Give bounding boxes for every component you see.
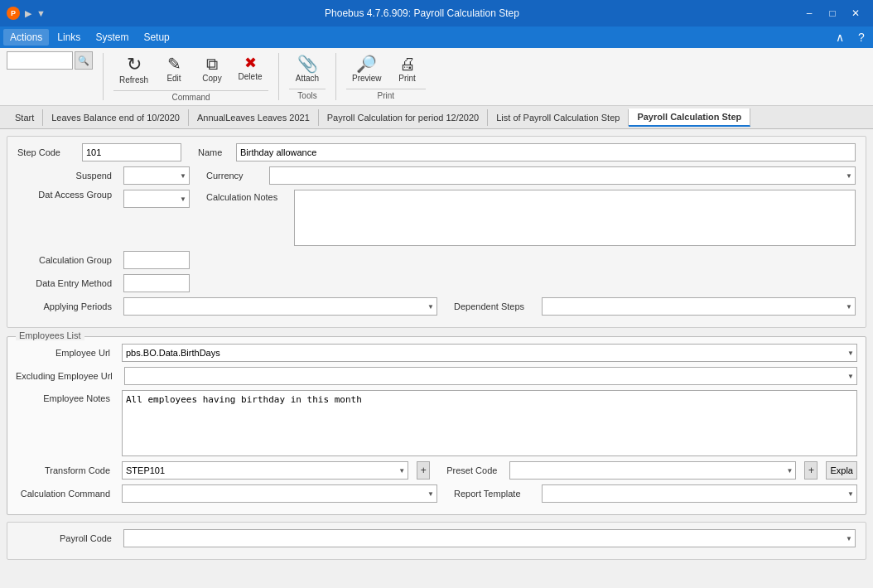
transform-code-select-wrapper: STEP101 [122, 461, 408, 480]
name-label: Name [188, 147, 229, 157]
tools-group-label: Tools [289, 89, 326, 100]
breadcrumb-annual-leaves[interactable]: AnnualLeaves Leaves 2021 [189, 109, 319, 126]
menu-item-system[interactable]: System [89, 29, 135, 46]
copy-icon: ⧉ [206, 55, 218, 72]
app-icon: P [7, 7, 20, 20]
close-button[interactable]: ✕ [845, 5, 866, 22]
menu-right: ∧ ? [832, 29, 870, 46]
help-icon[interactable]: ? [853, 29, 870, 46]
applying-periods-label: Applying Periods [17, 301, 117, 311]
preview-button[interactable]: 🔎 Preview [346, 51, 388, 87]
preview-icon: 🔎 [356, 55, 377, 72]
window-title: Phoebus 4.7.6.909: Payroll Calculation S… [46, 7, 798, 19]
maximize-button[interactable]: □ [822, 5, 843, 22]
employee-url-select-wrapper: pbs.BO.Data.BirthDays [122, 344, 857, 362]
edit-button[interactable]: ✎ Edit [156, 51, 192, 87]
toolbar: 🔍 ↻ Refresh ✎ Edit ⧉ Copy ✖ Delete Comma… [0, 48, 873, 106]
copy-button[interactable]: ⧉ Copy [194, 51, 230, 87]
calc-command-row: Calculation Command Report Template [16, 484, 857, 503]
suspend-row: Suspend Currency [17, 166, 856, 185]
currency-select[interactable] [269, 166, 856, 185]
menu-item-links[interactable]: Links [51, 29, 87, 46]
payroll-code-select-wrapper [123, 529, 856, 547]
excluding-employee-url-select[interactable] [124, 367, 857, 385]
breadcrumb-leaves-balance[interactable]: Leaves Balance end of 10/2020 [43, 109, 189, 126]
toolbar-tools-group: 📎 Attach Tools [289, 51, 326, 102]
calc-command-select[interactable] [122, 484, 437, 503]
transform-code-select[interactable]: STEP101 [122, 461, 408, 480]
applying-periods-row: Applying Periods Dependent Steps [17, 297, 856, 316]
suspend-label: Suspend [17, 171, 117, 181]
employee-notes-textarea[interactable]: All employees having birthday in this mo… [122, 390, 857, 456]
dependent-steps-label: Dependent Steps [444, 301, 535, 311]
employee-url-label: Employee Url [16, 348, 115, 358]
data-entry-input[interactable] [123, 274, 190, 292]
delete-button[interactable]: ✖ Delete [232, 51, 268, 85]
breadcrumb-bar: Start Leaves Balance end of 10/2020 Annu… [0, 106, 873, 129]
form-card-main: Step Code Name Suspend Currency Dat Acce… [7, 136, 866, 328]
payroll-code-card: Payroll Code [7, 522, 866, 560]
employees-section-title: Employees List [16, 330, 84, 340]
minimize-button[interactable]: – [798, 5, 820, 22]
suspend-select[interactable] [123, 166, 190, 185]
toolbar-command-group: ↻ Refresh ✎ Edit ⧉ Copy ✖ Delete Command [113, 51, 268, 102]
refresh-label: Refresh [119, 75, 148, 84]
expla-button[interactable]: Expla [826, 461, 857, 480]
toolbar-print-group: 🔎 Preview 🖨 Print Print [346, 51, 426, 102]
preset-code-select-wrapper [509, 461, 796, 480]
step-code-input[interactable] [82, 143, 181, 161]
currency-label: Currency [196, 171, 263, 181]
breadcrumb-list[interactable]: List of Payroll Calculation Step [488, 109, 629, 126]
menu-item-setup[interactable]: Setup [137, 29, 176, 46]
applying-periods-select-wrapper [123, 297, 437, 316]
print-label: Print [398, 74, 416, 83]
data-entry-label: Data Entry Method [17, 278, 117, 288]
calc-notes-label: Calculation Notes [196, 190, 287, 202]
search-group: 🔍 [7, 51, 93, 102]
edit-icon: ✎ [167, 55, 181, 72]
applying-periods-select[interactable] [123, 297, 437, 316]
print-button[interactable]: 🖨 Print [389, 51, 426, 87]
dependent-steps-select[interactable] [542, 297, 856, 316]
report-template-select-wrapper [542, 484, 857, 503]
payroll-code-row: Payroll Code [17, 529, 856, 547]
report-template-label: Report Template [444, 489, 535, 499]
preset-code-select[interactable] [509, 461, 796, 480]
preset-code-plus-button[interactable]: + [804, 461, 818, 480]
delete-label: Delete [239, 72, 263, 81]
search-input[interactable] [7, 51, 73, 70]
refresh-button[interactable]: ↻ Refresh [113, 51, 154, 89]
preview-label: Preview [352, 74, 382, 83]
dependent-steps-select-wrapper [542, 297, 856, 316]
breadcrumb-current[interactable]: Payroll Calculation Step [629, 108, 750, 127]
separator-3 [335, 53, 336, 100]
transform-code-plus-button[interactable]: + [417, 461, 430, 480]
command-group-label: Command [113, 90, 268, 102]
breadcrumb-payroll-calc[interactable]: Payroll Calculation for period 12/2020 [319, 109, 488, 126]
employees-section: Employees List Employee Url pbs.BO.Data.… [7, 336, 866, 515]
attach-button[interactable]: 📎 Attach [289, 51, 326, 87]
calc-command-select-wrapper [122, 484, 437, 503]
payroll-code-label: Payroll Code [17, 533, 117, 543]
breadcrumb-start[interactable]: Start [7, 109, 43, 126]
delete-icon: ✖ [244, 55, 257, 70]
calc-group-input[interactable] [123, 251, 190, 269]
calc-group-label: Calculation Group [17, 255, 117, 265]
print-buttons: 🔎 Preview 🖨 Print [346, 51, 426, 87]
search-button[interactable]: 🔍 [75, 51, 93, 70]
menu-items: Actions Links System Setup [3, 29, 176, 46]
separator-2 [278, 53, 279, 100]
separator-1 [103, 53, 104, 100]
data-entry-row: Data Entry Method [17, 274, 856, 292]
collapse-icon[interactable]: ∧ [832, 29, 848, 46]
payroll-code-select[interactable] [123, 529, 856, 547]
report-template-select[interactable] [542, 484, 857, 503]
menu-item-actions[interactable]: Actions [3, 29, 49, 46]
dat-access-select-wrapper [123, 190, 190, 208]
employee-url-select[interactable]: pbs.BO.Data.BirthDays [122, 344, 857, 362]
employee-notes-label: Employee Notes [16, 390, 115, 403]
dat-access-select[interactable] [123, 190, 190, 208]
print-icon: 🖨 [399, 55, 416, 72]
calc-notes-textarea[interactable] [294, 190, 856, 246]
name-input[interactable] [236, 143, 856, 161]
